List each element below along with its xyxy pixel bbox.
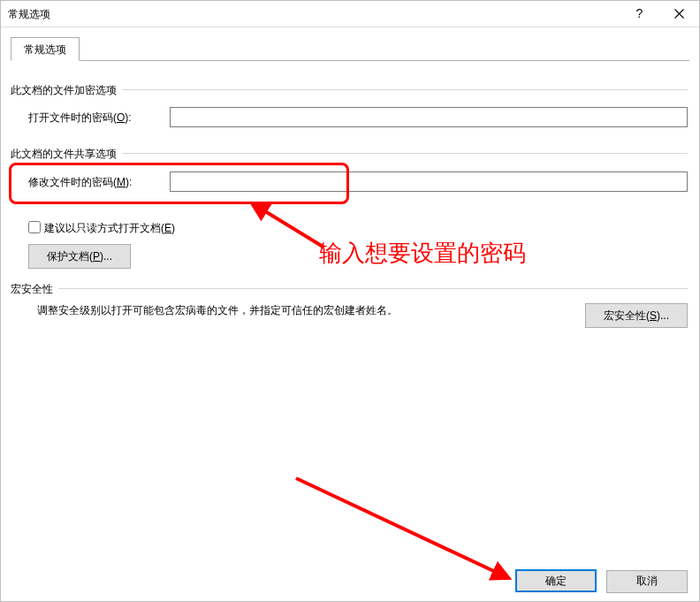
- tab-general-options[interactable]: 常规选项: [11, 37, 80, 61]
- group-encrypt-title: 此文档的文件加密选项: [11, 83, 688, 95]
- protect-document-button[interactable]: 保护文档(P)...: [28, 244, 131, 269]
- window-title: 常规选项: [8, 7, 50, 22]
- readonly-checkbox[interactable]: [28, 221, 41, 233]
- tab-strip: 常规选项: [11, 37, 689, 62]
- macro-security-description: 调整安全级别以打开可能包含宏病毒的文件，并指定可信任的宏创建者姓名。: [37, 303, 398, 318]
- cancel-button[interactable]: 取消: [606, 570, 688, 593]
- group-macro-security: 宏安全性: [11, 282, 688, 294]
- modify-password-input[interactable]: [170, 171, 688, 192]
- group-macro-title: 宏安全性: [11, 282, 688, 294]
- open-password-label: 打开文件时的密码(O):: [28, 110, 132, 126]
- group-share: 此文档的文件共享选项: [11, 147, 688, 159]
- tab-label: 常规选项: [24, 43, 66, 56]
- group-share-title: 此文档的文件共享选项: [11, 147, 688, 159]
- macro-security-button[interactable]: 宏安全性(S)...: [585, 303, 688, 328]
- dialog-footer: 确定 取消: [508, 569, 688, 594]
- group-encrypt: 此文档的文件加密选项: [11, 83, 688, 95]
- context-help-button[interactable]: ?: [620, 1, 659, 27]
- close-button[interactable]: [659, 1, 699, 27]
- readonly-checkbox-label: 建议以只读方式打开文档(E): [44, 221, 175, 236]
- open-password-input[interactable]: [170, 107, 688, 127]
- title-bar: 常规选项 ?: [1, 1, 699, 27]
- modify-password-label: 修改文件时的密码(M):: [28, 175, 132, 190]
- ok-button[interactable]: 确定: [515, 569, 597, 592]
- close-icon: [674, 9, 684, 19]
